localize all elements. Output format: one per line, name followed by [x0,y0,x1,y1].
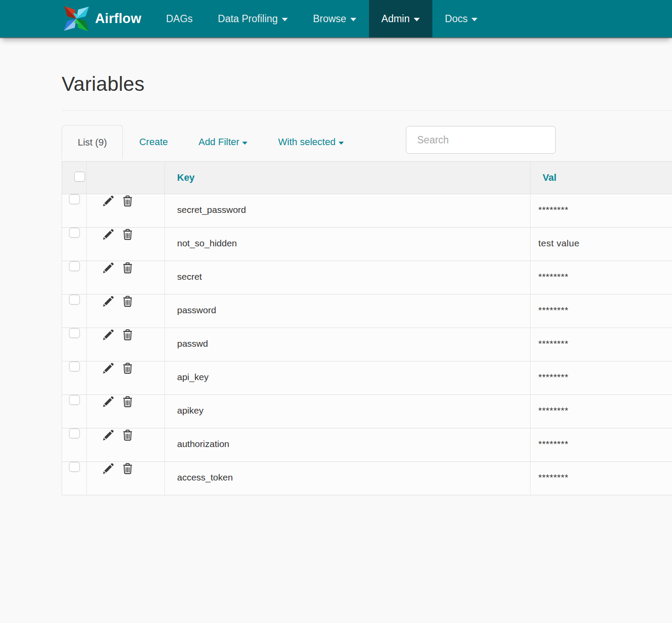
edit-button[interactable] [102,361,115,375]
pencil-icon [102,462,115,475]
variable-key: secret [177,272,202,282]
row-select-cell [62,462,87,495]
nav-item-admin[interactable]: Admin [369,0,432,37]
edit-button[interactable] [102,428,115,442]
trash-icon [122,395,134,408]
trash-icon [122,194,134,208]
row-actions-cell [87,261,165,295]
row-actions-cell [87,228,165,261]
row-actions-cell [87,361,165,395]
delete-button[interactable] [122,261,134,275]
variable-key: secret_password [177,205,246,215]
brand-name: Airflow [95,11,141,27]
row-checkbox[interactable] [69,228,80,238]
edit-button[interactable] [102,261,115,275]
row-select-cell [62,361,87,395]
edit-button[interactable] [102,194,115,208]
row-checkbox[interactable] [69,462,80,472]
variable-key-cell: secret_password [165,194,530,228]
nav-item-browse[interactable]: Browse [300,0,369,37]
search-input[interactable] [406,126,556,154]
table-row: api_key ******** [62,361,672,395]
add-filter-dropdown[interactable]: Add Filter [184,125,262,159]
nav-label: DAGs [166,13,192,25]
nav-label: Docs [445,13,468,25]
val-column-label: Val [543,172,557,183]
top-navbar: Airflow DAGs Data Profiling Browse Admin… [0,0,672,37]
delete-button[interactable] [122,295,134,308]
edit-button[interactable] [102,462,115,475]
row-checkbox[interactable] [69,428,80,438]
variable-key-cell: passwd [165,328,530,361]
with-selected-label: With selected [278,136,336,148]
delete-button[interactable] [122,428,134,442]
variable-key: not_so_hidden [177,238,237,248]
variable-key: password [177,305,216,315]
header-key[interactable]: Key [165,162,530,194]
main-nav: DAGs Data Profiling Browse Admin Docs [153,0,490,37]
row-actions-cell [87,328,165,361]
variable-val-cell: ******** [530,395,672,428]
variable-val-cell: ******** [530,428,672,462]
variable-key: access_token [177,472,233,482]
row-select-cell [62,228,87,261]
nav-item-data-profiling[interactable]: Data Profiling [205,0,300,37]
create-button[interactable]: Create [125,125,182,159]
trash-icon [122,328,134,341]
pencil-icon [102,295,115,308]
header-actions-cell [87,162,165,194]
variable-val: ******** [538,338,568,348]
chevron-down-icon [414,18,420,21]
row-checkbox[interactable] [69,295,80,305]
variable-key-cell: secret [165,261,530,295]
table-row: apikey ******** [62,395,672,428]
pencil-icon [102,261,115,275]
variable-val: ******** [538,439,568,449]
row-checkbox[interactable] [69,194,80,204]
chevron-down-icon [282,18,288,21]
row-checkbox[interactable] [69,395,80,405]
variable-val-cell: ******** [530,462,672,495]
table-row: password ******** [62,295,672,328]
variable-key-cell: authorization [165,428,530,462]
trash-icon [122,361,134,375]
table-row: secret_password ******** [62,194,672,228]
nav-item-dags[interactable]: DAGs [153,0,205,37]
create-label: Create [139,136,168,148]
airflow-brand[interactable]: Airflow [62,0,141,37]
variable-val-cell: ******** [530,194,672,228]
delete-button[interactable] [122,194,134,208]
nav-item-docs[interactable]: Docs [432,0,490,37]
delete-button[interactable] [122,228,134,241]
variable-val: ******** [538,305,568,315]
select-all-checkbox[interactable] [74,172,85,182]
variable-val: ******** [538,272,568,282]
variable-key-cell: api_key [165,361,530,395]
pencil-icon [102,328,115,341]
nav-label: Admin [382,13,410,25]
chevron-down-icon [471,18,478,21]
row-actions-cell [87,462,165,495]
variable-val-cell: ******** [530,295,672,328]
chevron-down-icon [350,18,356,21]
row-checkbox[interactable] [69,328,80,338]
row-select-cell [62,395,87,428]
table-header-row: Key Val [62,162,672,194]
variable-val-cell: test value [530,228,672,261]
edit-button[interactable] [102,228,115,241]
with-selected-dropdown[interactable]: With selected [264,125,358,159]
delete-button[interactable] [122,395,134,408]
row-checkbox[interactable] [69,361,80,371]
header-val[interactable]: Val [530,162,672,194]
edit-button[interactable] [102,295,115,308]
delete-button[interactable] [122,462,134,475]
delete-button[interactable] [122,328,134,341]
row-checkbox[interactable] [69,261,80,271]
trash-icon [122,261,134,275]
row-actions-cell [87,194,165,228]
tab-list[interactable]: List (9) [62,125,123,159]
delete-button[interactable] [122,361,134,375]
edit-button[interactable] [102,328,115,341]
variable-val-cell: ******** [530,361,672,395]
edit-button[interactable] [102,395,115,408]
